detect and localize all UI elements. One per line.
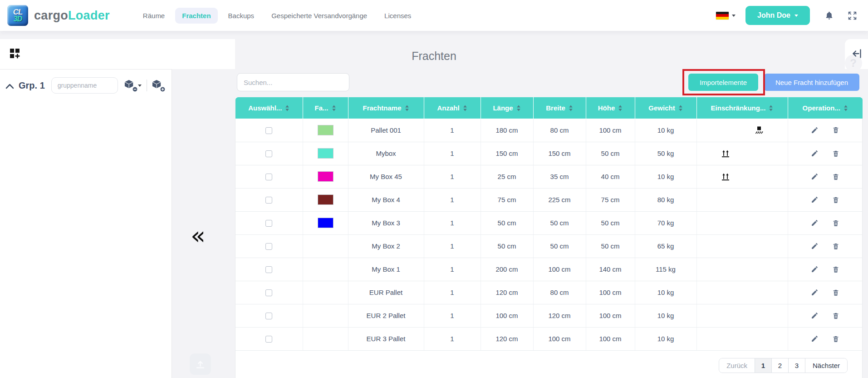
add-widget-button[interactable] [9, 48, 20, 60]
row-select-checkbox[interactable] [265, 174, 272, 180]
cell-hoehe: 75 cm [586, 188, 635, 211]
freight-table: Auswähl... Fa... Frachtname Anzahl Länge… [235, 97, 863, 351]
row-select-checkbox[interactable] [265, 127, 272, 134]
pencil-icon [811, 219, 819, 227]
trash-icon [832, 126, 839, 134]
collapse-sidebar-button[interactable]: « [191, 224, 206, 248]
column-header-hoehe[interactable]: Höhe [586, 97, 635, 119]
column-header-einschraenkung[interactable]: Einschränkung... [696, 97, 788, 119]
cell-gewicht: 10 kg [635, 165, 696, 188]
edit-row-button[interactable] [811, 312, 819, 319]
cell-laenge: 180 cm [481, 119, 533, 142]
edit-row-button[interactable] [811, 219, 819, 227]
trash-icon [832, 196, 839, 204]
cell-hoehe: 40 cm [586, 165, 635, 188]
add-cargo-group-button[interactable] [152, 80, 164, 91]
row-select-checkbox[interactable] [265, 150, 272, 157]
delete-row-button[interactable] [832, 173, 839, 181]
fullscreen-button[interactable] [848, 11, 857, 20]
cell-hoehe: 100 cm [586, 304, 635, 327]
cell-frachtname: EUR 3 Pallet [348, 327, 424, 350]
nav-item-backups[interactable]: Backups [221, 8, 261, 24]
column-header-frachtname[interactable]: Frachtname [348, 97, 424, 119]
row-select-checkbox[interactable] [265, 220, 272, 227]
edit-row-button[interactable] [811, 335, 819, 343]
delete-row-button[interactable] [832, 126, 839, 134]
cell-frachtname: EUR Pallet [348, 281, 424, 304]
user-menu-button[interactable]: John Doe [745, 6, 810, 25]
delete-row-button[interactable] [832, 265, 839, 274]
column-header-anzahl[interactable]: Anzahl [424, 97, 481, 119]
column-header-breite[interactable]: Breite [533, 97, 586, 119]
add-freight-button[interactable]: Neue Fracht hinzufügen [764, 74, 859, 91]
column-header-operation[interactable]: Operation... [788, 97, 863, 119]
table-row: Pallet 001 1 180 cm 80 cm 100 cm 10 kg [235, 119, 863, 142]
remove-cargo-group-button[interactable] [124, 80, 142, 91]
expand-icon [848, 11, 857, 20]
delete-row-button[interactable] [832, 242, 839, 250]
cell-hoehe: 100 cm [586, 327, 635, 350]
cell-laenge: 100 cm [481, 304, 533, 327]
edit-row-button[interactable] [811, 126, 819, 134]
collapse-panel-button[interactable]: ? [851, 49, 862, 60]
delete-row-button[interactable] [832, 196, 839, 204]
row-select-checkbox[interactable] [265, 313, 272, 319]
chevron-down-icon [794, 15, 798, 17]
pagination-page-1[interactable]: 1 [755, 358, 771, 373]
cell-breite: 80 cm [533, 281, 586, 304]
pagination-page-2[interactable]: 2 [771, 358, 788, 373]
column-header-auswaehlen[interactable]: Auswähl... [235, 97, 303, 119]
edit-row-button[interactable] [811, 149, 819, 157]
edit-row-button[interactable] [811, 242, 819, 250]
cell-hoehe: 50 cm [586, 211, 635, 234]
cell-breite: 100 cm [533, 258, 586, 281]
pagination-page-3[interactable]: 3 [788, 358, 805, 373]
delete-row-button[interactable] [832, 312, 839, 320]
cell-frachtname: Pallet 001 [348, 119, 424, 142]
edit-row-button[interactable] [811, 196, 819, 204]
nav-item-raeume[interactable]: Räume [136, 8, 172, 24]
cell-frachtname: My Box 3 [348, 211, 424, 234]
delete-row-button[interactable] [832, 219, 839, 227]
upload-ghost-button[interactable] [190, 353, 211, 375]
delete-row-button[interactable] [832, 149, 839, 158]
search-input[interactable] [237, 73, 349, 91]
color-swatch [318, 171, 333, 182]
trash-icon [832, 265, 839, 274]
row-select-checkbox[interactable] [265, 289, 272, 296]
column-header-laenge[interactable]: Länge [481, 97, 533, 119]
pagination-previous-button[interactable]: Zurück [719, 358, 755, 373]
cell-anzahl: 1 [424, 211, 481, 234]
row-select-checkbox[interactable] [265, 197, 272, 204]
delete-row-button[interactable] [832, 288, 839, 297]
cell-frachtname: My Box 45 [348, 165, 424, 188]
cell-hoehe: 100 cm [586, 281, 635, 304]
import-elements-button[interactable]: Importelemente [688, 74, 758, 91]
language-selector[interactable] [716, 12, 736, 20]
edit-row-button[interactable] [811, 173, 819, 180]
cell-breite: 150 cm [533, 142, 586, 165]
divider [147, 80, 147, 91]
cell-laenge: 50 cm [481, 211, 533, 234]
row-select-checkbox[interactable] [265, 266, 272, 273]
column-header-farbe[interactable]: Fa... [303, 97, 348, 119]
row-select-checkbox[interactable] [265, 243, 272, 250]
sort-icon [463, 105, 467, 111]
nav-item-frachten[interactable]: Frachten [175, 8, 217, 24]
table-row: EUR Pallet 1 120 cm 80 cm 100 cm 10 kg [235, 281, 863, 304]
cell-hoehe: 100 cm [586, 119, 635, 142]
row-select-checkbox[interactable] [265, 336, 272, 343]
nav-item-licenses[interactable]: Licenses [378, 8, 418, 24]
cell-gewicht: 10 kg [635, 281, 696, 304]
group-collapse-button[interactable] [5, 84, 14, 89]
nav-item-gespeicherte-versandvorgaenge[interactable]: Gespeicherte Versandvorgänge [265, 8, 374, 24]
pagination-next-button[interactable]: Nächster [805, 358, 847, 373]
edit-row-button[interactable] [811, 265, 819, 273]
notifications-button[interactable] [824, 11, 834, 20]
sort-icon [843, 105, 848, 111]
user-name: John Doe [757, 11, 790, 20]
delete-row-button[interactable] [832, 335, 839, 343]
column-header-gewicht[interactable]: Gewicht [635, 97, 696, 119]
edit-row-button[interactable] [811, 288, 819, 296]
group-name-input[interactable] [51, 77, 118, 94]
